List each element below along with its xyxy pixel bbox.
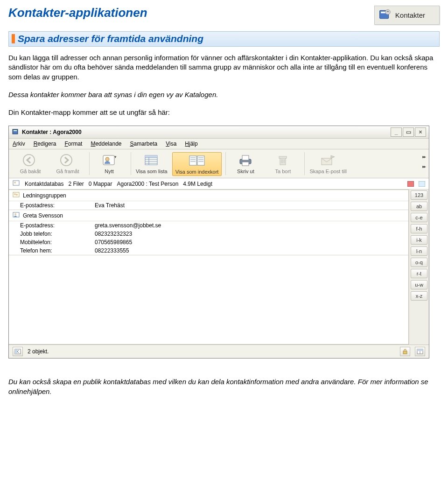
contact-card[interactable]: Ledningsgruppen E-postadress: Eva Trehäs… bbox=[9, 190, 408, 210]
alpha-tab[interactable]: 123 bbox=[411, 190, 427, 200]
layout-icon[interactable] bbox=[415, 347, 425, 356]
arrow-right-icon bbox=[58, 153, 77, 167]
list-view-icon bbox=[142, 153, 161, 167]
section-heading: Spara adresser för framtida användning bbox=[18, 33, 203, 44]
section-marker bbox=[12, 34, 15, 43]
card-name: Greta Svensson bbox=[23, 212, 63, 219]
svg-rect-16 bbox=[145, 155, 157, 157]
infobar-db: Kontaktdatabas bbox=[25, 181, 63, 187]
app-window: Kontakter : Agora2000 _ ▭ × Arkiv Redige… bbox=[8, 126, 429, 358]
toolbar-overflow[interactable]: ▸▸ ▸▸ bbox=[422, 152, 425, 169]
field-label: Jobb telefon: bbox=[20, 231, 95, 237]
alpha-tab[interactable]: u-w bbox=[411, 280, 427, 289]
new-contact-icon: ▾ bbox=[99, 153, 119, 167]
infobar: Kontaktdatabas 2 Filer 0 Mappar Agora200… bbox=[9, 178, 429, 190]
cards-panel: Ledningsgruppen E-postadress: Eva Trehäs… bbox=[9, 190, 409, 344]
statusbar: 2 objekt. bbox=[9, 344, 429, 358]
svg-point-8 bbox=[105, 157, 109, 161]
chevron-right-icon: ▸▸ bbox=[422, 164, 425, 169]
forward-button[interactable]: Gå framåt bbox=[50, 152, 85, 175]
alpha-tab[interactable]: c-e bbox=[411, 213, 427, 222]
paragraph-intro: Du kan lägga till adresser och annan per… bbox=[8, 53, 440, 82]
page-title: Kontakter-applikationen bbox=[8, 6, 147, 20]
trash-icon bbox=[273, 153, 293, 167]
svg-rect-3 bbox=[13, 129, 18, 134]
status-text: 2 objekt. bbox=[28, 348, 49, 355]
svg-rect-26 bbox=[242, 155, 249, 160]
menu-hjalp[interactable]: Hjälp bbox=[185, 141, 197, 147]
delete-button[interactable]: Ta bort bbox=[265, 152, 301, 175]
alpha-tab[interactable]: l-n bbox=[411, 246, 427, 256]
infobar-folders: 0 Mappar bbox=[89, 181, 112, 187]
svg-text:▾: ▾ bbox=[114, 155, 117, 159]
print-button[interactable]: Skriv ut bbox=[225, 152, 263, 175]
svg-rect-27 bbox=[242, 162, 249, 166]
menu-meddelande[interactable]: Meddelande bbox=[91, 141, 121, 147]
svg-rect-47 bbox=[417, 349, 423, 351]
svg-point-35 bbox=[14, 182, 16, 183]
new-button[interactable]: ▾ Nytt bbox=[89, 152, 127, 175]
field-label: E-postadress: bbox=[20, 202, 95, 209]
printer-icon bbox=[236, 153, 255, 167]
db-icon bbox=[13, 180, 20, 188]
compose-email-icon bbox=[318, 153, 338, 167]
toolbar: Gå bakåt Gå framåt ▾ Nytt Visa som lista… bbox=[9, 149, 429, 178]
titlebar: Kontakter : Agora2000 _ ▭ × bbox=[9, 126, 429, 139]
svg-rect-29 bbox=[279, 156, 287, 158]
svg-rect-4 bbox=[14, 130, 17, 131]
alpha-tab[interactable]: f-h bbox=[411, 224, 427, 233]
alpha-index: 123 ab c-e f-h i-k l-n o-q r-t u-w x-z bbox=[409, 190, 429, 344]
paragraph-note: Dessa kontakter kommer bara att synas i … bbox=[8, 90, 440, 99]
svg-rect-36 bbox=[407, 181, 414, 187]
panel-toggle-icon[interactable] bbox=[13, 347, 23, 356]
menubar: Arkiv Redigera Format Meddelande Samarbe… bbox=[9, 139, 429, 149]
maximize-button[interactable]: ▭ bbox=[403, 127, 414, 137]
infobar-files: 2 Filer bbox=[68, 181, 84, 187]
back-button[interactable]: Gå bakåt bbox=[13, 152, 48, 175]
window-title: Kontakter : Agora2000 bbox=[22, 129, 82, 135]
info-square-icon[interactable] bbox=[419, 181, 425, 187]
field-label: Mobiltelefon: bbox=[20, 239, 95, 246]
alpha-tab[interactable]: i-k bbox=[411, 235, 427, 245]
flag-icon[interactable] bbox=[407, 181, 414, 187]
window-icon bbox=[12, 128, 19, 137]
contact-card[interactable]: Greta Svensson E-postadress:greta.svenss… bbox=[9, 210, 408, 255]
svg-rect-17 bbox=[189, 156, 196, 165]
menu-format[interactable]: Format bbox=[64, 141, 82, 147]
paragraph-footer: Du kan också skapa en publik kontaktdata… bbox=[8, 377, 440, 396]
compose-email-button[interactable]: Skapa E-post till bbox=[304, 152, 349, 175]
index-card-icon bbox=[187, 154, 207, 168]
field-value: 070565989865 bbox=[95, 239, 132, 246]
minimize-button[interactable]: _ bbox=[391, 127, 402, 137]
view-indexcard-button[interactable]: Visa som indexkort bbox=[172, 152, 222, 176]
lock-icon[interactable] bbox=[400, 347, 410, 356]
alpha-tab[interactable]: ab bbox=[411, 202, 427, 211]
close-button[interactable]: × bbox=[415, 127, 426, 137]
field-value: 082323232323 bbox=[95, 231, 132, 237]
alpha-tab[interactable]: x-z bbox=[411, 291, 427, 301]
svg-point-40 bbox=[16, 194, 18, 196]
alpha-tab[interactable]: o-q bbox=[411, 258, 427, 267]
svg-rect-18 bbox=[197, 156, 204, 165]
field-label: Telefon hem: bbox=[20, 247, 95, 254]
menu-redigera[interactable]: Redigera bbox=[34, 141, 56, 147]
svg-rect-45 bbox=[403, 351, 407, 354]
contacts-icon bbox=[378, 8, 392, 22]
paragraph-lead: Din Kontakter-mapp kommer att se ut ungf… bbox=[8, 108, 440, 117]
card-name: Ledningsgruppen bbox=[23, 192, 66, 199]
menu-visa[interactable]: Visa bbox=[166, 141, 176, 147]
menu-samarbeta[interactable]: Samarbeta bbox=[130, 141, 157, 147]
svg-point-6 bbox=[61, 155, 72, 166]
svg-rect-34 bbox=[13, 181, 19, 185]
chevron-right-icon: ▸▸ bbox=[422, 154, 425, 159]
infobar-owner: Agora2000 : Test Person bbox=[117, 181, 178, 187]
alpha-tab[interactable]: r-t bbox=[411, 269, 427, 278]
menu-arkiv[interactable]: Arkiv bbox=[13, 141, 25, 147]
field-value: Eva Trehäst bbox=[95, 202, 125, 209]
view-list-button[interactable]: Visa som lista bbox=[131, 152, 170, 175]
app-badge: Kontakter bbox=[374, 6, 440, 25]
person-icon bbox=[13, 211, 20, 219]
svg-point-42 bbox=[14, 213, 16, 215]
field-value: greta.svensson@jobbet.se bbox=[95, 222, 161, 229]
badge-label: Kontakter bbox=[395, 11, 425, 19]
